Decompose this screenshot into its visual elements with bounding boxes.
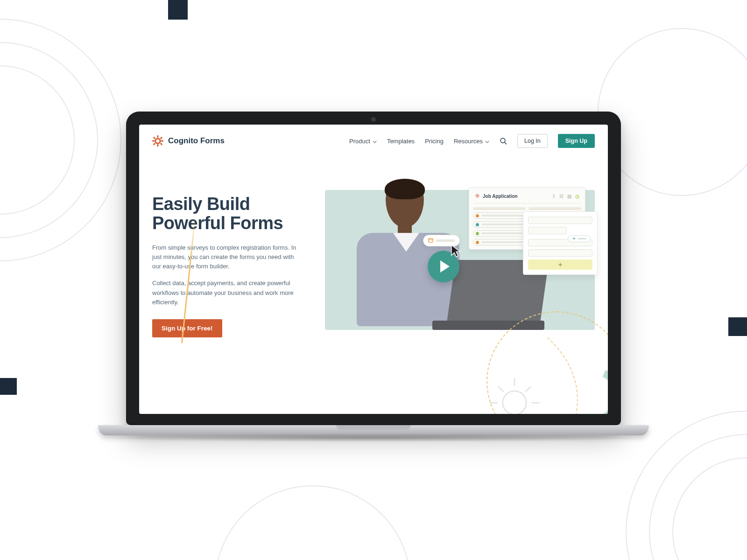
- upload-chip: [568, 235, 591, 242]
- columns-icon: ☰: [559, 194, 564, 199]
- laptop-mockup: Cognito Forms Product Templates Pricing: [126, 112, 621, 435]
- cursor-icon: [450, 244, 462, 260]
- signup-free-button[interactable]: Sign Up for Free!: [152, 319, 222, 337]
- brand-logo[interactable]: Cognito Forms: [152, 135, 225, 147]
- add-field-row: +: [528, 259, 592, 270]
- svg-rect-8: [160, 143, 163, 146]
- svg-rect-3: [152, 140, 155, 142]
- nav-label: Templates: [387, 138, 415, 145]
- chevron-down-icon: [373, 138, 377, 145]
- nav-resources[interactable]: Resources: [454, 138, 489, 145]
- svg-rect-4: [161, 140, 163, 142]
- layers-icon: ▤: [567, 194, 571, 199]
- svg-rect-6: [160, 137, 163, 140]
- svg-point-14: [503, 391, 526, 414]
- nav-label: Product: [349, 138, 370, 145]
- nav-label: Pricing: [425, 138, 444, 145]
- main-nav: Product Templates Pricing Resources: [349, 134, 595, 148]
- svg-rect-5: [153, 137, 156, 140]
- site-header: Cognito Forms Product Templates Pricing: [139, 125, 608, 157]
- svg-line-10: [505, 142, 507, 144]
- nav-pricing[interactable]: Pricing: [425, 138, 444, 145]
- hero-title: Easily Build Powerful Forms: [152, 195, 311, 233]
- form-mock-title: Job Application: [483, 194, 518, 199]
- chevron-down-icon: [485, 138, 489, 145]
- signup-button[interactable]: Sign Up: [558, 134, 595, 148]
- laptop-base: [98, 425, 649, 435]
- form-mock-toolbar: ⇪ ☰ ▤ ◷: [552, 194, 579, 199]
- svg-rect-11: [429, 238, 433, 242]
- search-icon[interactable]: [500, 137, 507, 145]
- svg-point-9: [500, 138, 505, 143]
- svg-point-13: [477, 195, 479, 197]
- bg-square: [168, 0, 188, 20]
- gear-icon: [152, 135, 163, 147]
- bg-circle: [215, 485, 411, 560]
- clock-icon: ◷: [575, 194, 579, 199]
- hero-paragraph: Collect data, accept payments, and creat…: [152, 279, 302, 307]
- hero-title-line: Easily Build: [152, 194, 250, 214]
- hero-section: Easily Build Powerful Forms From simple …: [139, 157, 608, 339]
- brand-name: Cognito Forms: [168, 136, 225, 146]
- svg-rect-7: [153, 143, 156, 146]
- calendar-icon: [428, 238, 433, 244]
- form-mock-header: Job Application ⇪ ☰ ▤ ◷: [473, 191, 581, 203]
- hero-paragraph: From simple surveys to complex registrat…: [152, 243, 302, 271]
- svg-point-0: [155, 139, 160, 143]
- gear-outline-icon: [482, 370, 547, 414]
- nav-templates[interactable]: Templates: [387, 138, 415, 145]
- bg-square: [728, 317, 747, 336]
- video-panel: Job Application ⇪ ☰ ▤ ◷: [325, 190, 595, 330]
- nav-product[interactable]: Product: [349, 138, 377, 145]
- svg-rect-1: [157, 135, 159, 138]
- bg-square: [0, 378, 17, 395]
- gear-icon: [475, 193, 480, 199]
- camera-dot: [371, 117, 376, 122]
- laptop-screen: Cognito Forms Product Templates Pricing: [139, 125, 608, 414]
- form-preview-mock: +: [523, 211, 598, 275]
- share-icon: ⇪: [552, 194, 556, 199]
- login-button[interactable]: Log In: [517, 134, 548, 148]
- hero-copy: Easily Build Powerful Forms From simple …: [152, 181, 311, 337]
- laptop-bezel: Cognito Forms Product Templates Pricing: [126, 112, 621, 425]
- svg-rect-2: [157, 144, 159, 147]
- nav-label: Resources: [454, 138, 483, 145]
- hero-title-line: Powerful Forms: [152, 213, 283, 233]
